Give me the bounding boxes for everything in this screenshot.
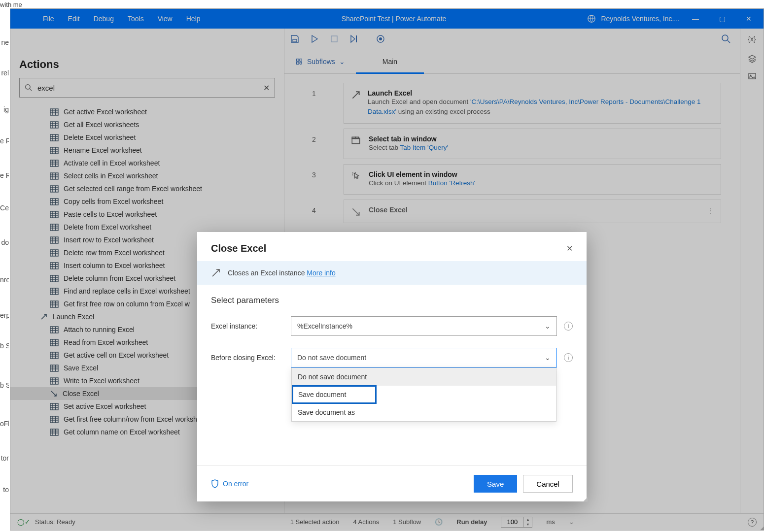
layers-icon[interactable]: [748, 54, 757, 63]
menu-view[interactable]: View: [158, 15, 173, 23]
subflows-dropdown[interactable]: Subflows ⌄: [284, 58, 356, 66]
option-save-document[interactable]: Save document: [292, 386, 376, 403]
action-label: Activate cell in Excel worksheet: [64, 159, 160, 167]
before-closing-label: Before closing Excel:: [211, 354, 284, 362]
action-icon: [50, 108, 59, 116]
cancel-button[interactable]: Cancel: [523, 475, 573, 493]
step-card[interactable]: Click UI element in windowClick on UI el…: [344, 164, 721, 195]
tab-main[interactable]: Main: [356, 49, 424, 73]
action-icon: [50, 224, 59, 231]
menu-debug[interactable]: Debug: [94, 15, 114, 23]
action-icon: [50, 300, 59, 308]
info-icon[interactable]: i: [564, 353, 573, 362]
svg-rect-20: [50, 134, 58, 141]
action-item[interactable]: Copy cells from Excel worksheet: [10, 195, 284, 208]
resize-handle-icon[interactable]: ◢: [760, 527, 763, 529]
action-item[interactable]: Delete Excel worksheet: [10, 131, 284, 144]
menu-help[interactable]: Help: [186, 15, 201, 23]
action-icon: [50, 275, 59, 282]
before-closing-select[interactable]: Do not save document ⌄ Do not save docum…: [291, 348, 557, 367]
action-icon: [50, 211, 59, 218]
option-do-not-save[interactable]: Do not save document: [292, 368, 556, 386]
on-error-link[interactable]: On error: [211, 479, 248, 488]
step-icon: [351, 170, 362, 181]
step-card[interactable]: Close Excel⋮: [344, 200, 721, 223]
search-icon[interactable]: [721, 34, 731, 44]
svg-rect-110: [50, 378, 58, 384]
action-item[interactable]: Get selected cell range from Excel works…: [10, 182, 284, 195]
svg-rect-60: [50, 237, 58, 243]
spinner-down[interactable]: ▾: [523, 522, 532, 527]
svg-rect-125: [50, 429, 58, 435]
action-item[interactable]: Activate cell in Excel worksheet: [10, 157, 284, 169]
step-card[interactable]: Launch ExcelLaunch Excel and open docume…: [344, 83, 721, 124]
minimize-button[interactable]: ―: [685, 9, 706, 29]
chevron-down-icon: ⌄: [545, 322, 551, 330]
svg-rect-120: [50, 416, 58, 423]
svg-rect-105: [50, 365, 58, 371]
menu-tools[interactable]: Tools: [128, 15, 144, 23]
save-icon[interactable]: [290, 34, 299, 43]
variables-button[interactable]: {x}: [740, 29, 764, 49]
record-icon[interactable]: [376, 34, 385, 43]
action-label: Delete from Excel worksheet: [64, 223, 151, 231]
svg-rect-55: [50, 224, 58, 231]
action-label: Paste cells to Excel worksheet: [64, 210, 157, 218]
clear-search-icon[interactable]: ✕: [263, 83, 270, 93]
help-icon[interactable]: ?: [748, 518, 757, 527]
spinner-up[interactable]: ▴: [523, 517, 532, 522]
more-info-link[interactable]: More info: [307, 269, 335, 277]
before-closing-dropdown: Do not save document Save document Save …: [291, 367, 556, 422]
status-unit: ms: [546, 518, 555, 526]
excel-instance-select[interactable]: %ExcelInstance% ⌄: [291, 316, 557, 336]
svg-rect-115: [50, 403, 58, 410]
close-excel-icon: [211, 268, 221, 278]
images-icon[interactable]: [748, 72, 757, 81]
action-item[interactable]: Get active Excel worksheet: [10, 105, 284, 118]
flow-step[interactable]: 2Select tab in windowSelect tab Tab Item…: [284, 129, 721, 159]
menu-edit[interactable]: Edit: [68, 15, 80, 23]
stop-icon[interactable]: [330, 34, 339, 43]
shield-icon: [211, 479, 219, 488]
org-name[interactable]: Reynolds Ventures, Inc....: [601, 15, 680, 23]
action-item[interactable]: Paste cells to Excel worksheet: [10, 208, 284, 221]
menu-file[interactable]: File: [43, 15, 54, 23]
save-button[interactable]: Save: [474, 475, 517, 493]
actions-search[interactable]: ✕: [19, 78, 275, 98]
step-more-icon[interactable]: ⋮: [707, 207, 714, 215]
svg-rect-25: [50, 147, 58, 154]
dialog-close-button[interactable]: ✕: [566, 244, 573, 253]
run-delay-input[interactable]: [501, 517, 523, 527]
actions-search-input[interactable]: [37, 84, 258, 92]
action-icon: [50, 172, 59, 180]
svg-rect-85: [50, 301, 58, 307]
action-icon: [50, 147, 59, 154]
step-card[interactable]: Select tab in windowSelect tab Tab Item …: [344, 129, 721, 159]
action-icon: [50, 236, 59, 244]
step-icon: [351, 89, 361, 100]
chevron-down-icon[interactable]: ⌄: [569, 518, 574, 526]
status-subflows: 1 Subflow: [393, 518, 421, 526]
close-window-button[interactable]: ✕: [738, 9, 760, 29]
flow-step[interactable]: 1Launch ExcelLaunch Excel and open docum…: [284, 83, 721, 124]
action-item[interactable]: Select cells in Excel worksheet: [10, 169, 284, 182]
resize-handle-icon[interactable]: ◢: [583, 498, 586, 500]
action-item[interactable]: Rename Excel worksheet: [10, 144, 284, 157]
run-delay-spinner[interactable]: ▴▾: [501, 517, 532, 528]
action-icon: [50, 160, 59, 167]
maximize-button[interactable]: ▢: [711, 9, 733, 29]
run-icon[interactable]: [310, 34, 319, 43]
info-icon[interactable]: i: [564, 322, 573, 331]
action-label: Insert column to Excel worksheet: [64, 262, 165, 269]
action-label: Get all Excel worksheets: [64, 121, 139, 129]
option-save-as[interactable]: Save document as: [292, 403, 556, 421]
toolbar: {x}: [10, 29, 764, 49]
svg-point-130: [300, 62, 302, 64]
step-icon[interactable]: [349, 34, 358, 43]
action-icon: [50, 416, 59, 423]
action-label: Get active Excel worksheet: [64, 108, 147, 116]
flow-step[interactable]: 4Close Excel⋮: [284, 200, 721, 223]
flow-step[interactable]: 3Click UI element in windowClick on UI e…: [284, 164, 721, 195]
action-item[interactable]: Get all Excel worksheets: [10, 118, 284, 131]
status-run-delay-label: Run delay: [456, 518, 487, 526]
